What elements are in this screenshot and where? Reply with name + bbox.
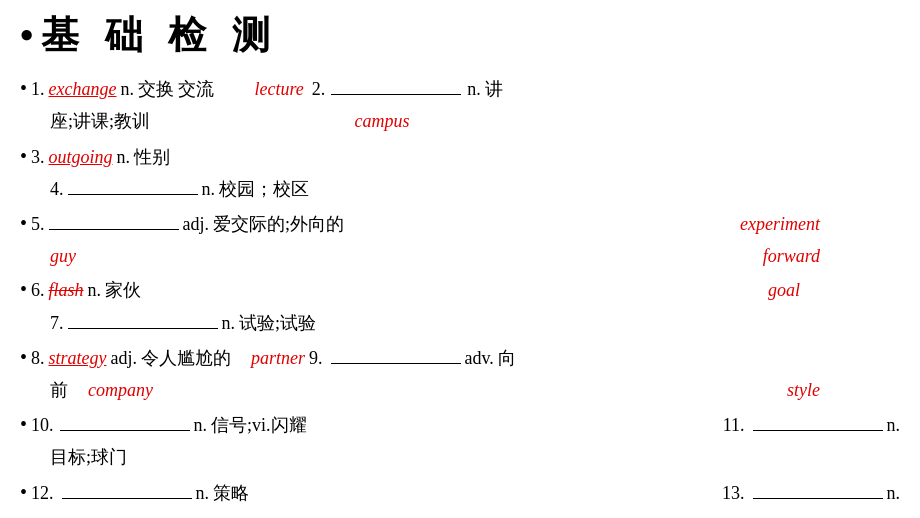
- meaning-3: 性别: [134, 142, 170, 173]
- col2-number-1: 2.: [312, 74, 326, 105]
- meaning-4: 校园；校区: [219, 174, 309, 205]
- bullet-5: •: [20, 206, 27, 240]
- bullet-10: •: [20, 407, 27, 441]
- blank-10: [60, 410, 190, 432]
- list-item-7: 7. n. 试验;试验: [50, 307, 900, 338]
- number-6: 6.: [31, 275, 45, 306]
- bullet-6: •: [20, 272, 27, 306]
- campus-word: campus: [355, 111, 410, 131]
- title: •基 础 检 测: [20, 10, 900, 61]
- col2-pos-13: n.: [887, 478, 901, 509]
- meaning-9-cont: 前: [50, 375, 68, 406]
- list-item-5: • 5. adj. 爱交际的;外向的 experiment: [20, 206, 900, 240]
- meaning-8: 令人尴尬的: [141, 343, 231, 374]
- company-word: company: [88, 375, 153, 406]
- col2-number-9: 9.: [309, 343, 323, 374]
- answer-6: flash: [49, 275, 84, 306]
- number-10: 10.: [31, 410, 54, 441]
- col2-meaning-part1: 讲: [485, 74, 503, 105]
- pos-1: n.: [120, 74, 134, 105]
- style-word: style: [787, 375, 820, 406]
- blank-2: [331, 73, 461, 95]
- list-item-12: • 12. n. 策略 13. n.: [20, 475, 900, 509]
- blank-11: [753, 410, 883, 432]
- blank-13: [753, 477, 883, 499]
- blank-9: [331, 342, 461, 364]
- partner-word: partner: [251, 343, 305, 374]
- meaning-11-cont: 目标;球门: [50, 447, 127, 467]
- col2-pos-1: n.: [467, 74, 481, 105]
- bullet-12: •: [20, 475, 27, 509]
- list-item-8: • 8. strategy adj. 令人尴尬的 partner 9. adv.…: [20, 340, 900, 374]
- pos-12: n.: [196, 478, 210, 509]
- blank-5: [49, 208, 179, 230]
- guy-word: guy: [50, 241, 76, 272]
- answer-3: outgoing: [49, 142, 113, 173]
- col2-number-13: 13.: [722, 478, 745, 509]
- list-item-8-sub: 前 company style: [50, 375, 900, 406]
- page-container: •基 础 检 测 • 1. exchange n. 交换 交流 lecture …: [20, 10, 900, 509]
- pos-8: adj.: [111, 343, 138, 374]
- number-7: 7.: [50, 308, 64, 339]
- list-item-10: • 10. n. 信号;vi.闪耀 11. n.: [20, 407, 900, 441]
- number-12: 12.: [31, 478, 54, 509]
- list-item-4: 4. n. 校园；校区: [50, 174, 900, 205]
- list-item: • 1. exchange n. 交换 交流 lecture 2. n. 讲: [20, 71, 900, 105]
- col2-pos-11: n.: [887, 410, 901, 441]
- bullet-8: •: [20, 340, 27, 374]
- list-item-10-sub: 目标;球门: [50, 442, 900, 473]
- pos-4: n.: [202, 174, 216, 205]
- col2-word-1: lecture: [254, 74, 303, 105]
- pos-7: n.: [222, 308, 236, 339]
- meaning-cont: 座;讲课;教训: [50, 111, 150, 131]
- col2-cont: campus: [355, 111, 410, 131]
- pos-5: adj.: [183, 209, 210, 240]
- goal-word: goal: [768, 275, 800, 306]
- pos-6: n.: [88, 275, 102, 306]
- experiment-word: experiment: [740, 209, 820, 240]
- list-item-5-sub: guy forward: [50, 241, 900, 272]
- answer-8: strategy: [49, 343, 107, 374]
- col2-pos-9: adv.: [465, 343, 494, 374]
- list-item-6: • 6. flash n. 家伙 goal: [20, 272, 900, 306]
- col2-number-11: 11.: [723, 410, 745, 441]
- meaning-12: 策略: [213, 478, 249, 509]
- number-4: 4.: [50, 174, 64, 205]
- blank-4: [68, 174, 198, 196]
- pos-10: n.: [194, 410, 208, 441]
- meaning-6: 家伙: [105, 275, 141, 306]
- list-item-cont: 座;讲课;教训 campus: [50, 106, 900, 137]
- number-1: 1.: [31, 74, 45, 105]
- list-item-3: • 3. outgoing n. 性别: [20, 139, 900, 173]
- meaning-7: 试验;试验: [239, 308, 316, 339]
- blank-7: [68, 307, 218, 329]
- bullet: •: [20, 71, 27, 105]
- number-5: 5.: [31, 209, 45, 240]
- number-3: 3.: [31, 142, 45, 173]
- pos-3: n.: [117, 142, 131, 173]
- answer-1: exchange: [49, 74, 117, 105]
- forward-word: forward: [763, 241, 820, 272]
- content: • 1. exchange n. 交换 交流 lecture 2. n. 讲 座…: [20, 71, 900, 509]
- meaning-5: 爱交际的;外向的: [213, 209, 344, 240]
- meaning-1: 交换 交流: [138, 74, 215, 105]
- col2-meaning-9: 向: [498, 343, 516, 374]
- meaning-10: 信号;vi.闪耀: [211, 410, 307, 441]
- blank-12: [62, 477, 192, 499]
- number-8: 8.: [31, 343, 45, 374]
- bullet-3: •: [20, 139, 27, 173]
